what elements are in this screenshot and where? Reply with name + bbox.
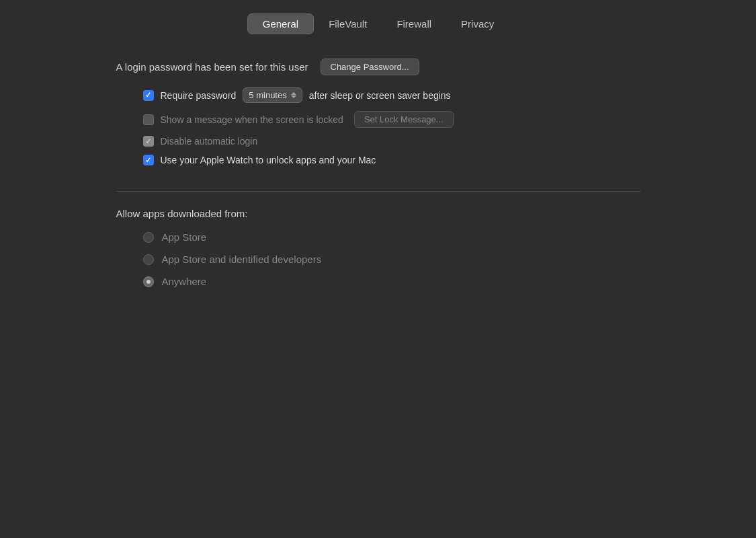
password-section: A login password has been set for this u…: [116, 59, 640, 184]
checkmark-icon-3: ✓: [145, 157, 151, 164]
show-lock-message-label: Show a message when the screen is locked: [161, 114, 343, 125]
tab-privacy[interactable]: Privacy: [446, 14, 509, 34]
radio-anywhere-label: Anywhere: [162, 276, 207, 287]
checkmark-icon: ✓: [145, 91, 151, 99]
show-lock-message-checkbox[interactable]: [143, 114, 154, 125]
section-divider: [116, 191, 640, 192]
checkbox-rows: ✓ Require password 5 minutes after sleep…: [116, 87, 640, 165]
show-lock-message-row: Show a message when the screen is locked…: [143, 111, 640, 128]
dropdown-arrow-icon: [291, 92, 296, 98]
password-delay-dropdown[interactable]: 5 minutes: [243, 87, 302, 103]
disable-auto-login-label: Disable automatic login: [161, 136, 258, 147]
disable-auto-login-checkbox[interactable]: ✓: [143, 136, 154, 147]
tab-firewall[interactable]: Firewall: [382, 14, 446, 34]
require-password-row: ✓ Require password 5 minutes after sleep…: [143, 87, 640, 103]
radio-appstore[interactable]: [143, 232, 154, 243]
apps-section: Allow apps downloaded from: App Store Ap…: [116, 208, 640, 287]
arrow-down-icon: [291, 95, 296, 98]
disable-auto-login-row: ✓ Disable automatic login: [143, 136, 640, 147]
content-area: A login password has been set for this u…: [116, 59, 640, 287]
apple-watch-label: Use your Apple Watch to unlock apps and …: [161, 155, 376, 165]
apple-watch-row: ✓ Use your Apple Watch to unlock apps an…: [143, 155, 640, 165]
radio-rows: App Store App Store and identified devel…: [116, 231, 640, 287]
set-lock-message-button[interactable]: Set Lock Message...: [354, 111, 454, 128]
radio-row-appstore-developers: App Store and identified developers: [143, 254, 640, 265]
radio-appstore-developers-label: App Store and identified developers: [162, 254, 322, 265]
apps-section-title: Allow apps downloaded from:: [116, 208, 640, 219]
radio-anywhere[interactable]: [143, 276, 154, 287]
checkmark-icon-2: ✓: [145, 138, 151, 145]
tab-bar: General FileVault Firewall Privacy: [247, 13, 509, 34]
arrow-up-icon: [291, 92, 296, 95]
apple-watch-checkbox[interactable]: ✓: [143, 155, 154, 165]
change-password-button[interactable]: Change Password...: [321, 59, 419, 75]
radio-row-appstore: App Store: [143, 231, 640, 243]
tab-filevault[interactable]: FileVault: [314, 14, 382, 34]
require-password-checkbox[interactable]: ✓: [143, 90, 154, 101]
require-password-label-before: Require password: [161, 90, 237, 101]
radio-appstore-developers[interactable]: [143, 254, 154, 265]
password-header: A login password has been set for this u…: [116, 59, 640, 75]
require-password-label-after: after sleep or screen saver begins: [309, 90, 451, 101]
dropdown-value: 5 minutes: [249, 90, 286, 100]
password-header-text: A login password has been set for this u…: [116, 61, 308, 73]
radio-appstore-label: App Store: [162, 231, 207, 243]
radio-row-anywhere: Anywhere: [143, 276, 640, 287]
tab-general[interactable]: General: [247, 13, 314, 34]
